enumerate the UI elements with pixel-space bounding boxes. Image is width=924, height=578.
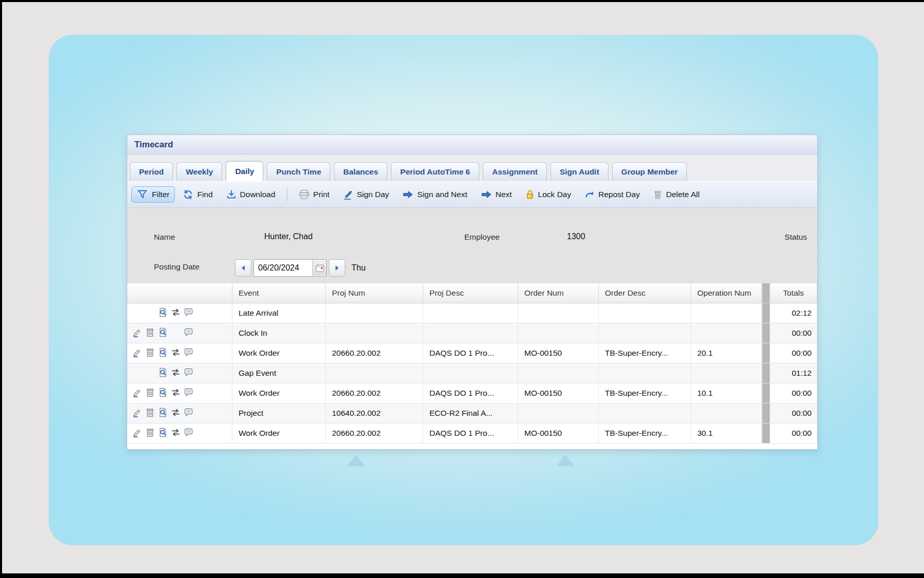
delete-all-button[interactable]: Delete All <box>647 186 705 203</box>
vertical-scrollbar[interactable] <box>762 323 770 343</box>
calendar-button[interactable] <box>312 260 326 276</box>
audit-icon[interactable] <box>158 348 168 359</box>
row-actions-cell <box>127 323 232 343</box>
table-row[interactable]: Late Arrival02:12 <box>127 303 817 323</box>
comment-icon[interactable] <box>184 307 193 319</box>
cell-order_desc: TB-Super-Encry... <box>599 383 691 403</box>
tab-period-autotime-6[interactable]: Period AutoTime 6 <box>391 162 479 181</box>
audit-icon[interactable] <box>158 327 168 339</box>
table-row[interactable]: Gap Event01:12 <box>127 363 817 383</box>
tab-balances[interactable]: Balances <box>334 162 387 181</box>
cell-event: Clock In <box>232 323 326 343</box>
download-button[interactable]: Download <box>221 186 281 203</box>
vertical-scrollbar[interactable] <box>762 363 770 383</box>
audit-icon[interactable] <box>158 408 168 419</box>
sign-day-button[interactable]: Sign Day <box>337 186 395 203</box>
next-button[interactable]: Next <box>475 187 518 202</box>
tab-sign-audit[interactable]: Sign Audit <box>551 162 608 181</box>
column-header-proj_num[interactable]: Proj Num <box>326 283 423 303</box>
delete-icon[interactable] <box>145 408 155 419</box>
audit-icon[interactable] <box>158 368 168 379</box>
table-row[interactable]: Project10640.20.002ECO-R2 Final A...00:0… <box>127 403 817 423</box>
edit-icon[interactable] <box>132 428 142 439</box>
print-icon <box>299 189 310 200</box>
delete-icon[interactable] <box>145 348 155 359</box>
day-of-week-label: Thu <box>351 263 366 273</box>
tab-bar: PeriodWeeklyDailyPunch TimeBalancesPerio… <box>127 155 817 181</box>
toolbar-button-label: Filter <box>152 190 169 199</box>
transfer-icon[interactable] <box>171 368 181 379</box>
comment-icon[interactable] <box>184 428 193 439</box>
comment-icon[interactable] <box>184 348 193 359</box>
cell-totals: 01:12 <box>770 363 817 383</box>
vertical-scrollbar[interactable] <box>762 283 770 303</box>
cell-event: Project <box>232 403 326 423</box>
cell-proj_desc: DAQS DO 1 Pro... <box>423 343 518 363</box>
vertical-scrollbar[interactable] <box>762 303 770 323</box>
vertical-scrollbar[interactable] <box>762 383 770 403</box>
toolbar-button-label: Delete All <box>666 190 699 199</box>
column-header-order_num[interactable]: Order Num <box>518 283 599 303</box>
table-row[interactable]: Work Order20660.20.002DAQS DO 1 Pro...MO… <box>127 343 817 363</box>
edit-icon[interactable] <box>132 388 142 399</box>
delete-icon[interactable] <box>145 327 155 339</box>
transfer-icon[interactable] <box>171 428 181 439</box>
comment-icon[interactable] <box>184 368 193 379</box>
vertical-scrollbar[interactable] <box>762 423 770 443</box>
tab-weekly[interactable]: Weekly <box>176 162 222 181</box>
edit-icon[interactable] <box>132 348 142 359</box>
column-header-order_desc[interactable]: Order Desc <box>599 283 691 303</box>
tab-punch-time[interactable]: Punch Time <box>267 162 330 181</box>
posting-date-input[interactable] <box>254 263 312 273</box>
edit-icon[interactable] <box>132 408 142 419</box>
delete-icon[interactable] <box>145 428 155 439</box>
cell-proj_num: 20660.20.002 <box>326 343 423 363</box>
find-button[interactable]: Find <box>177 186 218 203</box>
sign-and-next-button[interactable]: Sign and Next <box>397 187 473 202</box>
column-header-proj_desc[interactable]: Proj Desc <box>423 283 518 303</box>
previous-day-button[interactable] <box>235 259 251 277</box>
cell-totals: 00:00 <box>770 323 817 343</box>
table-row[interactable]: Work Order20660.20.002DAQS DO 1 Pro...MO… <box>127 383 817 403</box>
delete-action-slot <box>144 368 155 378</box>
column-header-totals[interactable]: Totals <box>770 283 817 303</box>
repost-day-button[interactable]: Repost Day <box>579 186 645 203</box>
cell-order_desc <box>599 403 691 423</box>
tab-label: Balances <box>343 167 378 177</box>
delete-icon[interactable] <box>145 388 155 399</box>
transfer-icon[interactable] <box>171 408 181 419</box>
print-button[interactable]: Print <box>293 186 336 203</box>
edit-action-slot <box>131 328 143 338</box>
edit-icon[interactable] <box>132 327 142 339</box>
tab-period[interactable]: Period <box>130 162 173 181</box>
tab-daily[interactable]: Daily <box>226 161 263 181</box>
delete-action-slot <box>144 408 155 418</box>
table-row[interactable]: Clock In00:00 <box>127 323 817 343</box>
audit-icon[interactable] <box>158 388 168 399</box>
table-row[interactable]: Work Order20660.20.002DAQS DO 1 Pro...MO… <box>127 423 817 444</box>
transfer-icon[interactable] <box>171 348 181 359</box>
employee-form: Name Hunter, Chad Employee 1300 Status P… <box>127 208 817 283</box>
tab-assignment[interactable]: Assignment <box>483 162 547 181</box>
vertical-scrollbar[interactable] <box>762 403 770 423</box>
column-header-operation_num[interactable]: Operation Num <box>691 283 762 303</box>
lock-day-button[interactable]: Lock Day <box>520 186 577 203</box>
transfer-icon[interactable] <box>171 307 181 319</box>
cell-event: Gap Event <box>232 363 326 383</box>
comment-icon[interactable] <box>184 408 193 419</box>
cell-event: Work Order <box>232 423 326 443</box>
cell-operation_num: 10.1 <box>691 383 762 403</box>
filter-button[interactable]: Filter <box>131 186 175 203</box>
vertical-scrollbar[interactable] <box>762 343 770 363</box>
cell-proj_desc <box>423 323 518 343</box>
next-day-button[interactable] <box>329 259 345 277</box>
audit-icon[interactable] <box>158 307 168 319</box>
comment-icon[interactable] <box>184 327 193 339</box>
audit-icon[interactable] <box>158 428 168 439</box>
tab-group-member[interactable]: Group Member <box>612 162 687 181</box>
column-header-event[interactable]: Event <box>232 283 326 303</box>
transfer-action-slot <box>170 408 181 418</box>
transfer-icon[interactable] <box>171 388 181 399</box>
tab-label: Sign Audit <box>560 167 599 177</box>
comment-icon[interactable] <box>184 388 193 399</box>
